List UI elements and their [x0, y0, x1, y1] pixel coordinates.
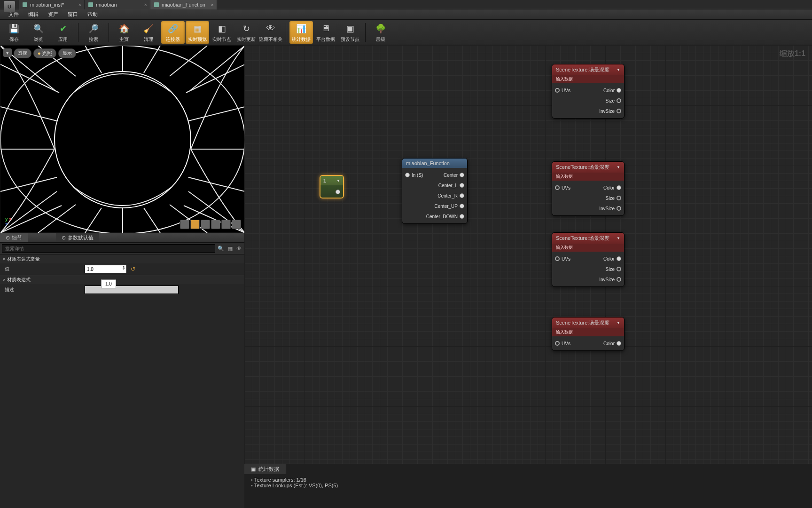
toolbar: 💾保存 🔍浏览 ✔应用 🔎搜索 🏠主页 🧹清理 🔗连接器 ▦实时预览 ◧实时节点… — [0, 20, 812, 45]
viewport-options-dropdown[interactable]: ▾ — [3, 48, 12, 57]
live-preview-icon: ▦ — [191, 22, 204, 35]
output-pin[interactable] — [460, 173, 464, 177]
prop-label-value: 值 — [5, 266, 85, 272]
shape-cylinder-button[interactable] — [180, 220, 189, 229]
function-node[interactable]: miaobian_Function In (S)Center Center_L … — [402, 158, 468, 224]
section-mat-expr[interactable]: 材质表达式 — [0, 275, 244, 284]
output-pin[interactable] — [617, 185, 621, 190]
material-graph[interactable]: 缩放1:1 材质 1▼ miaobian_Function In (S)Cen — [244, 45, 812, 508]
live-preview-button[interactable]: ▦实时预览 — [186, 21, 209, 44]
search-button[interactable]: 🔎搜索 — [82, 21, 105, 44]
grid-toggle-button[interactable] — [232, 220, 241, 229]
search-icon[interactable]: 🔍 — [217, 245, 225, 252]
tab-param-defaults[interactable]: ⊙参数默认值 — [56, 233, 99, 242]
apply-button[interactable]: ✔应用 — [51, 21, 75, 44]
input-pin[interactable] — [555, 88, 560, 93]
node-title: miaobian_Function — [406, 160, 450, 166]
details-search-row: 🔍 ▦ 👁 — [0, 243, 244, 254]
node-subtitle: 输入数据 — [552, 173, 624, 181]
shape-sphere-button[interactable] — [190, 220, 200, 229]
tab-details[interactable]: ⊙细节 — [0, 233, 28, 242]
scene-texture-node-4[interactable]: SceneTexture:场景深度▼ 输入数据 UVsColor — [552, 317, 625, 351]
close-icon[interactable]: × — [144, 2, 147, 8]
output-pin[interactable] — [460, 193, 464, 198]
chevron-down-icon[interactable]: ▼ — [617, 68, 620, 72]
output-pin[interactable] — [617, 98, 621, 103]
close-icon[interactable]: × — [78, 2, 81, 8]
input-pin[interactable] — [555, 341, 560, 346]
stats-tab[interactable]: ▣统计数据 — [244, 464, 286, 474]
preview-viewport[interactable]: ▾ 透视 ● 光照 显示 y xz — [0, 45, 244, 232]
live-update-button[interactable]: ↻实时更新 — [234, 21, 258, 44]
reset-button[interactable]: ↺ — [131, 266, 135, 272]
constant-node[interactable]: 1▼ — [320, 175, 344, 198]
chevron-down-icon[interactable]: ▼ — [617, 236, 620, 240]
menu-help[interactable]: 帮助 — [83, 11, 102, 18]
tab-miaobian[interactable]: miaobian× — [85, 0, 150, 9]
stats-button[interactable]: 📊统计数据 — [289, 21, 313, 44]
output-pin[interactable] — [617, 277, 621, 282]
output-pin[interactable] — [617, 109, 621, 113]
stats-line: Texture samplers: 1/16 — [251, 477, 805, 483]
output-pin[interactable] — [460, 204, 464, 208]
input-pin[interactable] — [555, 185, 560, 190]
document-tabs: miaobian_inst*× miaobian× miaobian_Funct… — [0, 0, 812, 9]
preview-nodes-button[interactable]: ▣预设节点 — [338, 21, 362, 44]
output-pin[interactable] — [460, 183, 464, 188]
chevron-down-icon[interactable]: ▼ — [336, 179, 340, 183]
details-search-input[interactable] — [2, 244, 215, 253]
live-nodes-icon: ◧ — [215, 22, 228, 35]
output-pin[interactable] — [617, 267, 621, 271]
output-pin[interactable] — [336, 190, 340, 194]
menu-window[interactable]: 窗口 — [63, 11, 83, 18]
save-button[interactable]: 💾保存 — [2, 21, 26, 44]
zoom-label: 缩放1:1 — [780, 49, 805, 59]
shape-teapot-button[interactable] — [221, 220, 231, 229]
tab-miaobian-inst[interactable]: miaobian_inst*× — [19, 0, 85, 9]
input-pin[interactable] — [405, 173, 410, 177]
hide-unrelated-button[interactable]: 👁隐藏不相关 — [259, 21, 282, 44]
matrix-icon[interactable]: ▦ — [226, 245, 234, 252]
value-tooltip: 1.0 — [101, 279, 116, 288]
output-pin[interactable] — [460, 214, 464, 219]
browse-button[interactable]: 🔍浏览 — [27, 21, 50, 44]
material-icon — [154, 2, 159, 7]
viewport-perspective-button[interactable]: 透视 — [14, 48, 31, 58]
scene-texture-node-1[interactable]: SceneTexture:场景深度▼ 输入数据 UVsColor Size In… — [552, 64, 625, 119]
output-pin[interactable] — [617, 341, 621, 346]
viewport-lit-button[interactable]: ● 光照 — [33, 48, 56, 58]
stats-icon: 📊 — [295, 22, 308, 35]
output-pin[interactable] — [617, 196, 621, 200]
hierarchy-icon: 🌳 — [374, 22, 387, 35]
hierarchy-button[interactable]: 🌳层级 — [369, 21, 392, 44]
node-title: SceneTexture:场景深度 — [556, 164, 609, 171]
output-pin[interactable] — [617, 206, 621, 211]
shape-cube-button[interactable] — [211, 220, 220, 229]
chevron-down-icon[interactable]: ▼ — [617, 321, 620, 325]
prop-row-desc: 描述 — [0, 284, 244, 295]
close-icon[interactable]: × — [211, 2, 214, 8]
viewport-show-button[interactable]: 显示 — [58, 48, 76, 58]
chevron-down-icon[interactable]: ▼ — [617, 165, 620, 169]
input-pin[interactable] — [555, 256, 560, 261]
scene-texture-node-2[interactable]: SceneTexture:场景深度▼ 输入数据 UVsColor Size In… — [552, 161, 625, 216]
eye-icon[interactable]: 👁 — [235, 245, 242, 252]
connectors-icon: 🔗 — [166, 22, 180, 35]
scene-texture-node-3[interactable]: SceneTexture:场景深度▼ 输入数据 UVsColor Size In… — [552, 232, 625, 287]
home-button[interactable]: 🏠主页 — [112, 21, 136, 44]
tab-miaobian-function[interactable]: miaobian_Function× — [150, 0, 217, 9]
menu-asset[interactable]: 资产 — [43, 11, 63, 18]
menu-edit[interactable]: 编辑 — [23, 11, 43, 18]
output-pin[interactable] — [617, 88, 621, 93]
section-const-expr[interactable]: 材质表达式常量 — [0, 254, 244, 263]
viewport-preview-content — [0, 46, 245, 233]
details-tabs: ⊙细节 ⊙参数默认值 — [0, 232, 244, 243]
live-nodes-button[interactable]: ◧实时节点 — [210, 21, 234, 44]
desc-input[interactable] — [85, 286, 179, 294]
value-input[interactable] — [85, 265, 127, 273]
cleanup-button[interactable]: 🧹清理 — [137, 21, 160, 44]
connectors-button[interactable]: 🔗连接器 — [161, 21, 185, 44]
platform-data-button[interactable]: 🖥平台数据 — [314, 21, 337, 44]
output-pin[interactable] — [617, 256, 621, 261]
shape-plane-button[interactable] — [201, 220, 210, 229]
